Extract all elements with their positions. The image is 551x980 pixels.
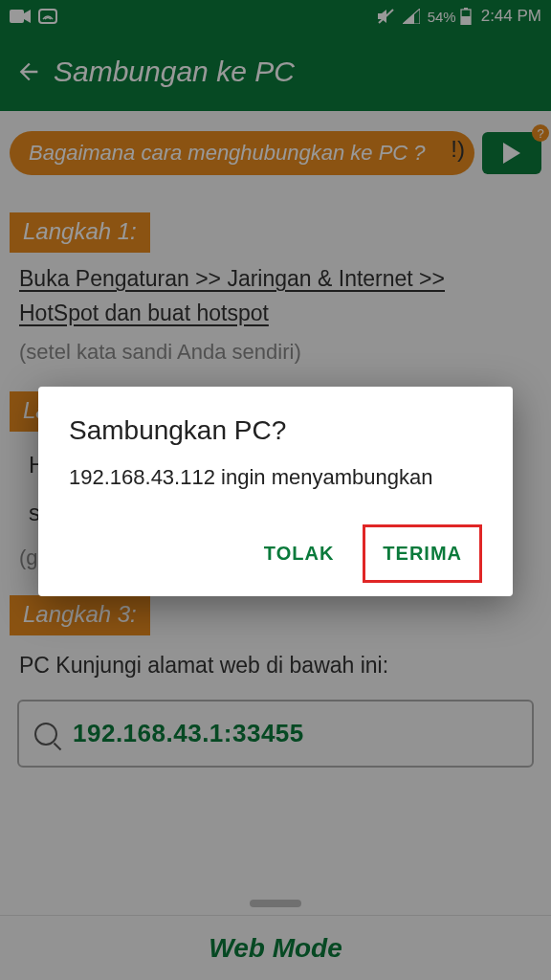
connect-dialog: Sambungkan PC? 192.168.43.112 ingin meny… (38, 387, 513, 596)
dialog-body: 192.168.43.112 ingin menyambungkan (69, 465, 482, 490)
dialog-title: Sambungkan PC? (69, 415, 482, 446)
accept-button[interactable]: TERIMA (363, 524, 482, 583)
reject-button[interactable]: TOLAK (247, 524, 352, 583)
